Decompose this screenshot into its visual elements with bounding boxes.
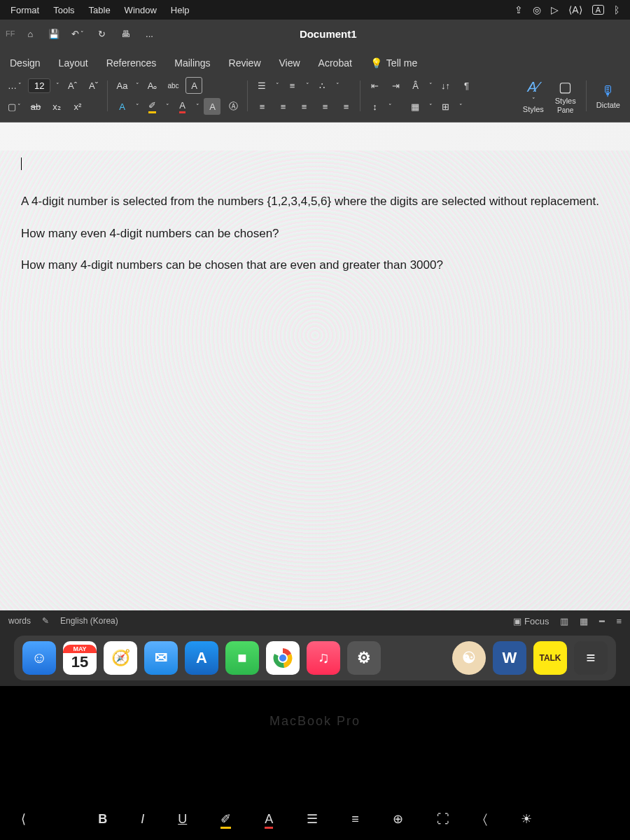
- multilevel-button[interactable]: ∴: [314, 77, 330, 94]
- increase-indent-button[interactable]: ⇥: [387, 77, 404, 94]
- menu-tools[interactable]: Tools: [53, 5, 74, 15]
- bullets-button[interactable]: ☰: [253, 77, 270, 94]
- tell-me-search[interactable]: 💡Tell me: [369, 53, 419, 73]
- dock-settings-icon[interactable]: ⚙: [347, 641, 381, 675]
- touchbar-highlight-button[interactable]: ✐: [214, 808, 238, 830]
- superscript-button[interactable]: x²: [69, 98, 86, 115]
- dock-mail-icon[interactable]: ✉: [144, 641, 178, 675]
- paragraph-1[interactable]: A 4-digit number is selected from the nu…: [21, 192, 609, 211]
- print-layout-icon[interactable]: ▥: [560, 616, 568, 626]
- dock-finder-icon[interactable]: ☺: [22, 641, 56, 675]
- font-color-button[interactable]: A: [174, 98, 190, 115]
- bluetooth-icon[interactable]: ᛒ: [614, 4, 620, 15]
- touchbar-esc-icon[interactable]: ⟨: [21, 811, 26, 827]
- char-border-button[interactable]: A: [186, 77, 202, 94]
- touchbar-numbers-button[interactable]: ≡: [344, 809, 366, 830]
- touchbar-italic-button[interactable]: I: [134, 809, 151, 830]
- align-right-button[interactable]: ≡: [295, 98, 312, 115]
- font-family-drop[interactable]: …˅: [6, 77, 24, 94]
- menu-table[interactable]: Table: [89, 5, 111, 15]
- touchbar-brightness-button[interactable]: ☀: [514, 808, 539, 830]
- change-case-button[interactable]: Aa: [113, 77, 130, 94]
- justify-button[interactable]: ≡: [316, 98, 333, 115]
- touchbar-fullscreen-button[interactable]: ⛶: [430, 809, 456, 830]
- print-icon[interactable]: 🖶: [117, 25, 134, 42]
- font-size-box[interactable]: 12: [28, 78, 50, 93]
- tab-acrobat[interactable]: Acrobat: [317, 53, 354, 73]
- input-a-icon[interactable]: A: [592, 5, 604, 15]
- strikethrough-button[interactable]: ab: [27, 98, 44, 115]
- save-icon[interactable]: 💾: [46, 25, 62, 42]
- dock-game-icon[interactable]: ☯: [452, 641, 486, 675]
- shading-fill-button[interactable]: ▦: [407, 98, 424, 115]
- subscript-button[interactable]: x₂: [48, 98, 65, 115]
- dock-kakaotalk-icon[interactable]: TALK: [533, 641, 567, 675]
- dropbox-icon[interactable]: ⇪: [514, 4, 523, 15]
- language-icon[interactable]: ⟨A⟩: [568, 4, 582, 15]
- touchbar-newdoc-button[interactable]: ⊕: [386, 808, 410, 830]
- dock-calendar-icon[interactable]: MAY15: [63, 641, 97, 675]
- screen-record-icon[interactable]: ◎: [533, 4, 541, 15]
- dock-chrome-icon[interactable]: [266, 641, 300, 675]
- focus-mode-button[interactable]: ▣ Focus: [513, 616, 549, 626]
- tab-mailings[interactable]: Mailings: [173, 53, 211, 73]
- align-left-button[interactable]: ≡: [253, 98, 270, 115]
- undo-icon[interactable]: ↶˅: [69, 25, 86, 42]
- font-size-chevron-icon[interactable]: ˅: [56, 82, 59, 89]
- borders-button[interactable]: ⊞: [437, 98, 454, 115]
- asian-layout-button[interactable]: Â: [407, 77, 424, 94]
- word-count-label[interactable]: words: [8, 616, 31, 626]
- mic-icon: 🎙: [601, 83, 615, 99]
- dock-app-icon[interactable]: ≡: [574, 641, 608, 675]
- clear-format-button[interactable]: Aₒ: [144, 77, 160, 94]
- char-shading-button[interactable]: A: [204, 98, 220, 115]
- tab-view[interactable]: View: [278, 53, 302, 73]
- tab-review[interactable]: Review: [227, 53, 262, 73]
- sort-button[interactable]: ↓↑: [437, 77, 454, 94]
- dock-facetime-icon[interactable]: ■: [225, 641, 259, 675]
- touchbar-underline-button[interactable]: U: [171, 809, 194, 830]
- styles-pane-button[interactable]: ▢ Styles Pane: [551, 78, 580, 114]
- line-spacing-button[interactable]: ↕: [366, 98, 383, 115]
- enclose-char-button[interactable]: Ⓐ: [225, 98, 241, 115]
- increase-font-button[interactable]: Aˆ: [64, 77, 80, 94]
- language-label[interactable]: English (Korea): [60, 616, 118, 626]
- align-center-button[interactable]: ≡: [274, 98, 291, 115]
- dock-music-icon[interactable]: ♫: [307, 641, 340, 675]
- touchbar-bullets-button[interactable]: ☰: [300, 808, 325, 830]
- highlight-button[interactable]: ✐: [144, 98, 160, 115]
- tab-layout[interactable]: Layout: [57, 53, 90, 73]
- distribute-button[interactable]: ≡: [337, 98, 354, 115]
- format-drop-icon[interactable]: ▢˅: [6, 98, 23, 115]
- touchbar-back-button[interactable]: 〈: [476, 809, 494, 830]
- touchbar-bold-button[interactable]: B: [91, 809, 114, 830]
- menu-format[interactable]: Format: [10, 5, 39, 15]
- proofing-icon[interactable]: ✎: [42, 616, 49, 626]
- redo-icon[interactable]: ↻: [93, 25, 110, 42]
- dock-safari-icon[interactable]: 🧭: [104, 641, 137, 675]
- home-icon[interactable]: ⌂: [22, 25, 38, 42]
- touchbar-fontcolor-button[interactable]: A: [258, 809, 280, 830]
- decrease-font-button[interactable]: Aˇ: [85, 77, 102, 94]
- pilcrow-button[interactable]: ¶: [458, 77, 475, 94]
- decrease-indent-button[interactable]: ⇤: [366, 77, 383, 94]
- web-layout-icon[interactable]: ▦: [580, 616, 588, 626]
- tab-references[interactable]: References: [105, 53, 158, 73]
- paragraph-3[interactable]: How many 4-digit numbers can be chosen t…: [21, 256, 609, 274]
- play-icon[interactable]: ▷: [551, 4, 559, 15]
- dock-appstore-icon[interactable]: A: [185, 641, 218, 675]
- phonetic-guide-button[interactable]: abc: [164, 77, 181, 94]
- menu-window[interactable]: Window: [125, 5, 157, 15]
- dictate-button[interactable]: 🎙 Dictate: [592, 83, 624, 109]
- text-effects-button[interactable]: A: [113, 98, 130, 115]
- paragraph-2[interactable]: How many even 4-digit numbers can be cho…: [21, 225, 609, 243]
- menu-help[interactable]: Help: [171, 5, 190, 15]
- numbering-button[interactable]: ≡: [284, 77, 300, 94]
- zoom-in-icon[interactable]: ≡: [616, 616, 622, 626]
- tab-design[interactable]: Design: [8, 53, 42, 73]
- styles-quick-button[interactable]: A⁄˅ Styles: [519, 79, 548, 113]
- dock-word-icon[interactable]: W: [493, 641, 526, 675]
- zoom-out-icon[interactable]: ━: [599, 616, 605, 626]
- more-icon[interactable]: ...: [141, 25, 158, 42]
- document-canvas[interactable]: A 4-digit number is selected from the nu…: [0, 122, 630, 612]
